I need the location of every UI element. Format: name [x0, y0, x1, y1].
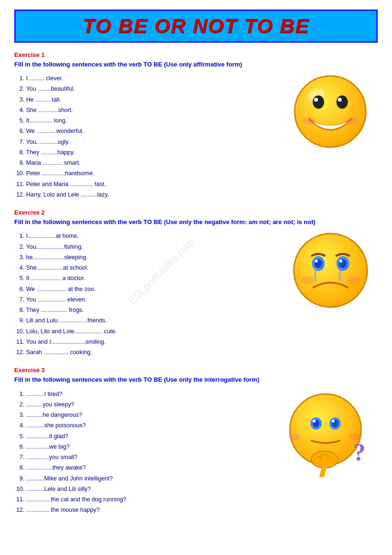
svg-point-26	[289, 433, 301, 441]
list-item: Sarah ............... cooking.	[26, 348, 278, 357]
svg-point-27	[349, 433, 361, 441]
list-item: It.............. long.	[26, 116, 278, 126]
svg-point-2	[313, 95, 324, 109]
list-item: ..............you small?	[26, 452, 278, 462]
exercise-3-instruction: Fill in the following sentences with the…	[14, 376, 378, 384]
svg-point-14	[339, 260, 342, 263]
list-item: I.................at home.	[26, 231, 278, 241]
list-item: They ................ frogs.	[26, 305, 278, 315]
exercise-1-instruction: Fill in the following sentences with the…	[14, 60, 378, 69]
list-item: ................they awake?	[26, 463, 278, 473]
exercise-2-sentences: I.................at home.You...........…	[14, 231, 278, 358]
list-item: They ..........happy.	[26, 148, 278, 158]
exercise-3-label: Exercise 3	[14, 367, 378, 374]
list-item: ..............it glad?	[26, 432, 278, 442]
list-item: ..........you sleepy?	[26, 400, 278, 410]
list-item: ..........he dangerous?	[26, 410, 278, 420]
exercise-2-emoji	[283, 231, 378, 310]
list-item: You.................fishing.	[26, 242, 278, 252]
list-item: Peter ..............handsome.	[26, 169, 278, 179]
list-item: He ..........tall.	[26, 95, 278, 105]
list-item: ...........she poisonous?	[26, 421, 278, 431]
list-item: We .................. at the zoo.	[26, 284, 278, 294]
exercise-1-content: I.......... clever.You ........beautiful…	[14, 74, 378, 200]
list-item: She................at school.	[26, 263, 278, 273]
list-item: Maria ............ smart.	[26, 158, 278, 168]
exercise-1-emoji	[283, 74, 378, 150]
svg-point-4	[314, 98, 318, 102]
svg-point-7	[345, 117, 358, 125]
list-item: We ........... wonderful.	[26, 126, 278, 136]
svg-point-13	[315, 260, 317, 263]
list-item: You.............ugly.	[26, 137, 278, 147]
list-item: ...........Mike and John intelligent?	[26, 474, 278, 484]
exercise-2-label: Exercise 2	[14, 209, 378, 216]
list-item: Lolu, Lilo and Lole................. cut…	[26, 327, 278, 337]
svg-point-0	[295, 76, 366, 147]
list-item: You ........beautiful.	[26, 84, 278, 94]
svg-text:?: ?	[353, 439, 365, 466]
svg-point-6	[302, 117, 316, 125]
exercise-3-emoji: ?	[283, 389, 378, 477]
list-item: You and I.....................smiling.	[26, 337, 278, 347]
thinking-smiley-icon: ?	[283, 389, 378, 477]
list-item: ..............we big?	[26, 442, 278, 452]
list-item: ...........I tired?	[26, 389, 278, 399]
main-title: TO BE OR NOT TO BE	[20, 15, 372, 38]
exercise-3-content: ...........I tired?..........you sleepy?…	[14, 389, 378, 516]
exercise-2-section: Exercise 2 Fill in the following sentenc…	[14, 209, 378, 358]
list-item: he...................sleeping.	[26, 253, 278, 263]
svg-point-23	[332, 420, 335, 423]
svg-point-22	[313, 420, 316, 423]
svg-point-16	[346, 276, 360, 284]
list-item: .............. the mouse happy?	[26, 505, 278, 515]
happy-smiley-icon	[292, 74, 368, 150]
exercise-1-sentences: I.......... clever.You ........beautiful…	[14, 74, 278, 200]
list-item: Lili and Lulu .................friends.	[26, 316, 278, 326]
list-item: She ............short.	[26, 105, 278, 115]
list-item: Peter and Maria .............. fast.	[26, 179, 278, 189]
svg-point-5	[338, 98, 342, 102]
list-item: .............. the cat and the dog runni…	[26, 495, 278, 505]
svg-point-8	[294, 234, 367, 308]
svg-point-3	[336, 95, 348, 109]
title-box: TO BE OR NOT TO BE	[14, 9, 378, 43]
list-item: ...........Lele and Lili silly?	[26, 484, 278, 494]
list-item: You ................. eleven.	[26, 295, 278, 305]
exercise-2-instruction: Fill in the following sentences with the…	[14, 218, 378, 226]
exercise-1-section: Exercise 1 Fill in the following sentenc…	[14, 51, 378, 200]
exercise-3-section: Exercise 3 Fill in the following sentenc…	[14, 367, 378, 516]
sad-smiley-icon	[291, 231, 370, 310]
list-item: I.......... clever.	[26, 74, 278, 84]
exercise-2-content: I.................at home.You...........…	[14, 231, 378, 358]
list-item: Harry, Lolo and Lele ..........lazy.	[26, 190, 278, 200]
svg-point-15	[300, 276, 314, 284]
list-item: It .................. a doctor.	[26, 273, 278, 283]
exercise-3-sentences: ...........I tired?..........you sleepy?…	[14, 389, 278, 516]
exercise-1-label: Exercise 1	[14, 51, 378, 58]
